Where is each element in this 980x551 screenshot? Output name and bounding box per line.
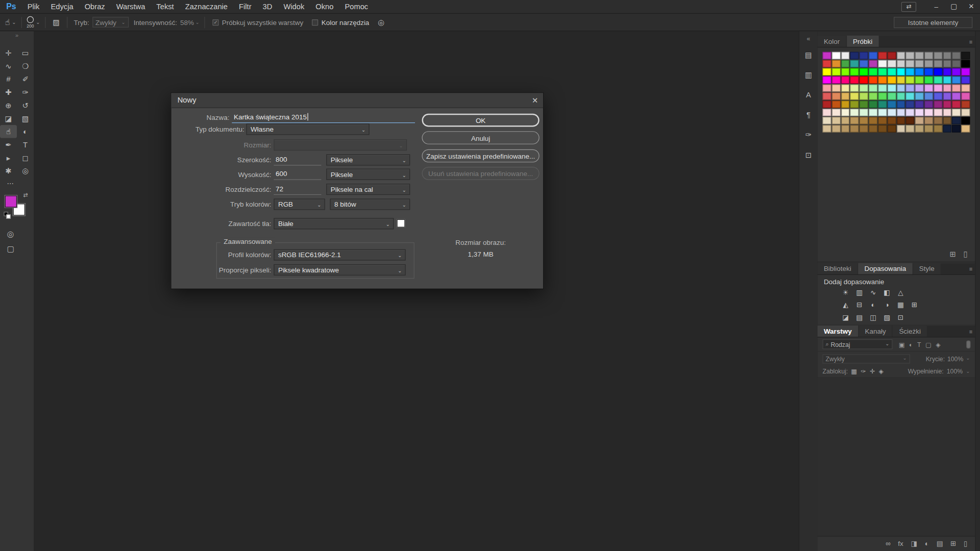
foreground-color-swatch[interactable] <box>5 195 17 207</box>
color-swatch[interactable] <box>860 101 868 108</box>
document-type-select[interactable]: Własne ⌄ <box>246 123 369 135</box>
color-swatch[interactable] <box>943 76 951 84</box>
color-swatch[interactable] <box>850 52 859 60</box>
pixel-aspect-select[interactable]: Piksele kwadratowe ⌄ <box>274 264 405 276</box>
color-swatch[interactable] <box>860 52 868 60</box>
color-swatch[interactable] <box>961 60 970 68</box>
color-swatch[interactable] <box>924 92 933 100</box>
type-tool[interactable]: T <box>17 138 34 152</box>
color-swatch[interactable] <box>869 117 877 124</box>
color-swatch[interactable] <box>869 109 877 116</box>
mode-select[interactable]: Zwykły ⌄ <box>92 17 129 28</box>
menu-item-zaznaczanie[interactable]: Zaznaczanie <box>180 2 233 11</box>
healing-brush-tool[interactable]: ✚ <box>0 86 17 99</box>
color-swatch[interactable] <box>832 68 841 76</box>
tab-kolor[interactable]: Kolor <box>818 36 846 47</box>
filter-smart-objects-icon[interactable]: ◈ <box>936 341 940 347</box>
adjustment-hue-saturation-icon[interactable]: ◭ <box>841 301 850 309</box>
resolution-input[interactable]: 72 <box>274 184 321 195</box>
color-swatch[interactable] <box>869 76 877 84</box>
tab-style[interactable]: Style <box>913 263 941 274</box>
color-swatch[interactable] <box>841 76 850 84</box>
adjustment-invert-icon[interactable]: ◪ <box>841 313 850 321</box>
color-swatch[interactable] <box>832 76 841 84</box>
color-swatch[interactable] <box>878 117 887 124</box>
color-swatch[interactable] <box>906 92 915 100</box>
gradient-tool[interactable]: ▧ <box>17 112 34 125</box>
filter-shape-layers-icon[interactable]: ▢ <box>925 341 932 347</box>
color-swatch[interactable] <box>915 125 924 133</box>
color-swatch[interactable] <box>934 60 942 68</box>
color-swatch[interactable] <box>887 52 896 60</box>
color-swatch[interactable] <box>961 76 970 84</box>
ok-button[interactable]: OK <box>422 114 540 127</box>
adjustment-curves-icon[interactable]: ∿ <box>869 288 877 296</box>
delete-swatch-icon[interactable]: ▯ <box>963 251 967 258</box>
finger-painting-checkbox[interactable]: Kolor narzędzia <box>312 18 369 26</box>
move-tool[interactable]: ✛ <box>0 46 17 60</box>
adjustment-threshold-icon[interactable]: ◫ <box>869 313 877 321</box>
color-swatch[interactable] <box>841 101 850 108</box>
color-swatch[interactable] <box>822 52 831 60</box>
color-swatch[interactable] <box>850 109 859 116</box>
color-swatch[interactable] <box>924 60 933 68</box>
collapse-panels-icon[interactable]: « <box>799 33 818 44</box>
color-swatch[interactable] <box>878 52 887 60</box>
name-input[interactable]: Kartka świąteczna 2015 <box>232 112 415 123</box>
color-swatch[interactable] <box>924 101 933 108</box>
layer-style-icon[interactable]: fx <box>898 540 903 547</box>
color-swatch[interactable] <box>860 76 868 84</box>
adjustment-levels-icon[interactable]: ▥ <box>855 288 864 296</box>
panel-history-icon[interactable]: ▤ <box>799 46 818 64</box>
panel-brush-settings-icon[interactable]: ✑ <box>799 126 818 143</box>
panel-character-icon[interactable]: A <box>799 86 818 104</box>
color-swatch[interactable] <box>915 60 924 68</box>
history-brush-tool[interactable]: ↺ <box>17 98 34 112</box>
color-swatch[interactable] <box>897 125 905 133</box>
color-swatch[interactable] <box>822 68 831 76</box>
quick-mask-icon[interactable]: ◎ <box>7 230 34 238</box>
menu-item-okno[interactable]: Okno <box>310 2 339 11</box>
close-button[interactable]: ✕ <box>963 0 980 13</box>
color-swatch[interactable] <box>943 52 951 60</box>
color-swatch[interactable] <box>952 125 961 133</box>
tab-dopasowania[interactable]: Dopasowania <box>858 263 912 274</box>
color-swatch[interactable] <box>961 84 970 92</box>
color-swatch[interactable] <box>822 92 831 100</box>
color-swatch[interactable] <box>915 109 924 116</box>
color-swatch[interactable] <box>961 117 970 124</box>
layers-list[interactable] <box>818 378 975 536</box>
color-swatch[interactable] <box>832 92 841 100</box>
color-swatch[interactable] <box>943 84 951 92</box>
zoom-tool[interactable]: ◎ <box>17 164 34 178</box>
panel-menu-icon[interactable]: ≡ <box>969 266 972 272</box>
color-swatch[interactable] <box>934 52 942 60</box>
color-swatch[interactable] <box>822 109 831 116</box>
color-swatch[interactable] <box>943 109 951 116</box>
color-swatch[interactable] <box>850 101 859 108</box>
color-swatch[interactable] <box>841 92 850 100</box>
color-swatch[interactable] <box>869 60 877 68</box>
color-swatch[interactable] <box>878 101 887 108</box>
menu-item-tekst[interactable]: Tekst <box>151 2 179 11</box>
color-swatch[interactable] <box>878 109 887 116</box>
color-swatch[interactable] <box>869 101 877 108</box>
opacity-value[interactable]: 100% <box>947 355 963 362</box>
panel-paragraph-icon[interactable]: ¶ <box>799 106 818 123</box>
color-swatch[interactable] <box>934 109 942 116</box>
filter-type-layers-icon[interactable]: T <box>917 341 921 347</box>
color-swatch[interactable] <box>878 76 887 84</box>
color-swatch[interactable] <box>897 117 905 124</box>
save-preset-button[interactable]: Zapisz ustawienia predefiniowane... <box>422 149 540 163</box>
add-layer-mask-icon[interactable]: ◨ <box>911 540 917 547</box>
color-swatch[interactable] <box>943 60 951 68</box>
color-swatch[interactable] <box>943 117 951 124</box>
resolution-unit-select[interactable]: Piksele na cal ⌄ <box>326 184 410 195</box>
color-swatch[interactable] <box>934 117 942 124</box>
color-swatch[interactable] <box>850 125 859 133</box>
pen-tool[interactable]: ✒ <box>0 138 17 152</box>
color-swatch[interactable] <box>934 76 942 84</box>
color-swatch[interactable] <box>887 125 896 133</box>
color-swatch[interactable] <box>869 125 877 133</box>
color-swatch[interactable] <box>961 101 970 108</box>
